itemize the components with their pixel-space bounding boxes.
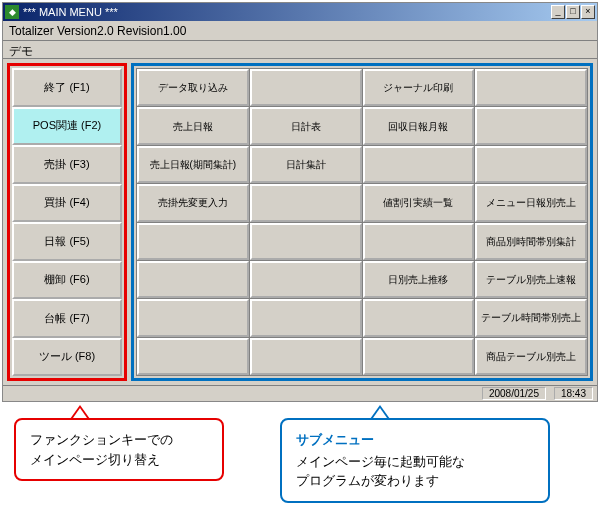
submenu-empty (137, 261, 249, 298)
func-key-f4[interactable]: 買掛 (F4) (12, 184, 122, 223)
func-key-f1[interactable]: 終了 (F1) (12, 68, 122, 107)
callout-red-text: ファンクションキーでの メインページ切り替え (30, 430, 208, 469)
func-key-f5[interactable]: 日報 (F5) (12, 222, 122, 261)
callout-function-keys: ファンクションキーでの メインページ切り替え (14, 418, 224, 481)
app-icon: ◆ (5, 5, 19, 19)
window-title: *** MAIN MENU *** (23, 6, 551, 18)
submenu-empty (137, 299, 249, 336)
minimize-button[interactable]: _ (551, 5, 565, 19)
func-key-f3[interactable]: 売掛 (F3) (12, 145, 122, 184)
submenu-empty (250, 184, 362, 221)
submenu-empty (475, 146, 587, 183)
submenu-grid-wrap: データ取り込みジャーナル印刷売上日報日計表回収日報月報売上日報(期間集計)日計集… (131, 63, 593, 381)
submenu-button[interactable]: ジャーナル印刷 (363, 69, 475, 106)
client-area: 終了 (F1)POS関連 (F2)売掛 (F3)買掛 (F4)日報 (F5)棚卸… (3, 59, 597, 385)
func-key-f2[interactable]: POS関連 (F2) (12, 107, 122, 146)
submenu-empty (250, 338, 362, 375)
main-window: ◆ *** MAIN MENU *** _ □ × Totalizer Vers… (2, 2, 598, 402)
callout-tail-blue (370, 405, 390, 419)
status-bar: 2008/01/25 18:43 (3, 385, 597, 401)
submenu-button[interactable]: 日計表 (250, 107, 362, 144)
submenu-button[interactable]: テーブル時間帯別売上 (475, 299, 587, 336)
callout-tail-red (70, 405, 90, 419)
submenu-button[interactable]: 値割引実績一覧 (363, 184, 475, 221)
subtitle-bar: Totalizer Version2.0 Revision1.00 (3, 21, 597, 41)
submenu-button[interactable]: テーブル別売上速報 (475, 261, 587, 298)
submenu-empty (363, 223, 475, 260)
callout-submenu: サブメニュー メインページ毎に起動可能な プログラムが変わります (280, 418, 550, 503)
submenu-button[interactable]: 日計集計 (250, 146, 362, 183)
submenu-empty (250, 69, 362, 106)
submenu-empty (137, 223, 249, 260)
close-button[interactable]: × (581, 5, 595, 19)
submenu-empty (475, 69, 587, 106)
submenu-button[interactable]: 売掛先変更入力 (137, 184, 249, 221)
demo-label: デモ (3, 41, 597, 59)
submenu-grid: データ取り込みジャーナル印刷売上日報日計表回収日報月報売上日報(期間集計)日計集… (136, 68, 588, 376)
submenu-empty (137, 338, 249, 375)
function-key-column: 終了 (F1)POS関連 (F2)売掛 (F3)買掛 (F4)日報 (F5)棚卸… (7, 63, 127, 381)
status-time: 18:43 (554, 387, 593, 400)
submenu-empty (363, 299, 475, 336)
func-key-f6[interactable]: 棚卸 (F6) (12, 261, 122, 300)
submenu-button[interactable]: 商品別時間帯別集計 (475, 223, 587, 260)
submenu-button[interactable]: 売上日報(期間集計) (137, 146, 249, 183)
submenu-empty (363, 338, 475, 375)
func-key-f8[interactable]: ツール (F8) (12, 338, 122, 377)
func-key-f7[interactable]: 台帳 (F7) (12, 299, 122, 338)
submenu-empty (250, 261, 362, 298)
submenu-empty (250, 223, 362, 260)
callout-blue-header: サブメニュー (296, 430, 534, 450)
submenu-empty (363, 146, 475, 183)
titlebar: ◆ *** MAIN MENU *** _ □ × (3, 3, 597, 21)
submenu-button[interactable]: 回収日報月報 (363, 107, 475, 144)
status-date: 2008/01/25 (482, 387, 546, 400)
submenu-empty (475, 107, 587, 144)
window-controls: _ □ × (551, 5, 595, 19)
submenu-button[interactable]: 商品テーブル別売上 (475, 338, 587, 375)
submenu-button[interactable]: 売上日報 (137, 107, 249, 144)
submenu-button[interactable]: 日別売上推移 (363, 261, 475, 298)
maximize-button[interactable]: □ (566, 5, 580, 19)
submenu-button[interactable]: データ取り込み (137, 69, 249, 106)
submenu-button[interactable]: メニュー日報別売上 (475, 184, 587, 221)
callout-blue-body: メインページ毎に起動可能な プログラムが変わります (296, 452, 534, 491)
submenu-empty (250, 299, 362, 336)
